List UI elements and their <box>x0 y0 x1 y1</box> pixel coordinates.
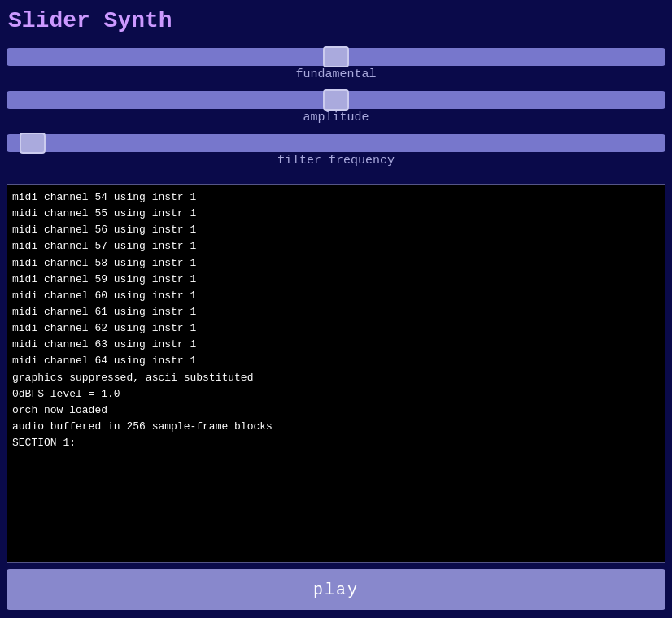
fundamental-label: fundamental <box>7 67 665 81</box>
app-title: Slider Synth <box>8 8 665 33</box>
play-button[interactable]: play <box>7 569 665 610</box>
filter-frequency-slider[interactable] <box>7 134 665 152</box>
fundamental-slider[interactable] <box>7 48 665 66</box>
fundamental-slider-section: fundamental <box>7 48 665 89</box>
filter-frequency-slider-section: filter frequency <box>7 134 665 176</box>
amplitude-label: amplitude <box>7 111 665 124</box>
amplitude-slider[interactable] <box>7 91 665 109</box>
amplitude-slider-wrapper <box>7 91 665 109</box>
app-container: Slider Synth fundamental amplitude filte… <box>0 0 672 618</box>
amplitude-slider-section: amplitude <box>7 91 665 133</box>
filter-frequency-slider-wrapper <box>7 134 665 152</box>
filter-frequency-label: filter frequency <box>7 154 665 168</box>
fundamental-slider-wrapper <box>7 48 665 66</box>
console-output: midi channel 54 using instr 1 midi chann… <box>7 184 665 563</box>
